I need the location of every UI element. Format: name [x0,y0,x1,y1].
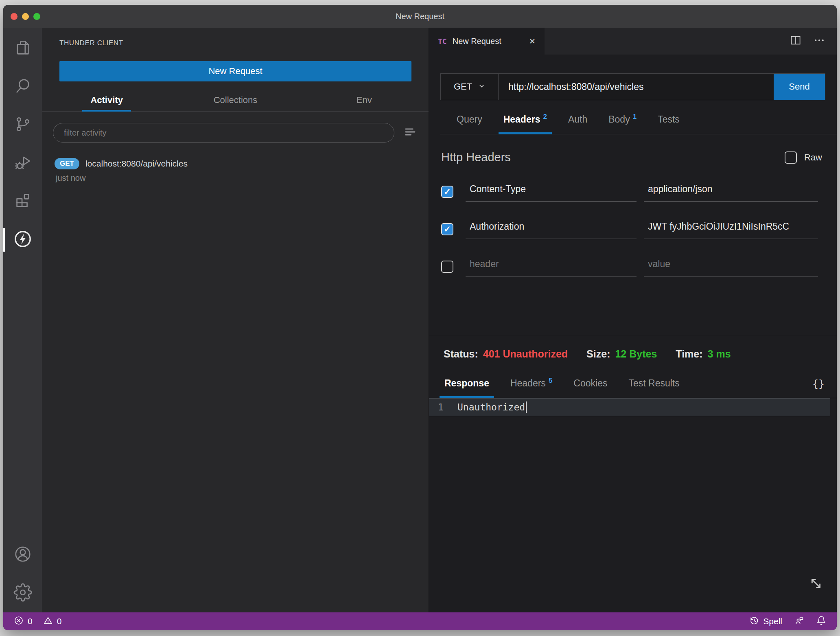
sidebar-item-extensions[interactable] [3,182,42,221]
expand-panel-button[interactable] [807,575,825,594]
raw-toggle[interactable]: Raw [785,151,822,164]
title-bar: New Request [3,5,837,28]
tab-collections[interactable]: Collections [171,89,300,111]
traffic-lights [11,13,40,20]
sidebar-item-thunder-client[interactable] [3,221,42,259]
sidebar-tabs: Activity Collections Env [42,89,429,112]
header-2-value-input[interactable] [644,219,818,239]
tab-auth[interactable]: Auth [558,114,598,134]
http-headers-section: Http Headers Raw [429,134,837,335]
response-body-line[interactable]: 1 Unauthorized [429,398,830,416]
header-2-checkbox[interactable] [441,223,453,235]
filter-row [53,123,418,143]
header-1-name-input[interactable] [466,182,637,202]
header-3-value-input[interactable] [644,257,818,276]
editor-tab-new-request[interactable]: TC New Request ✕ [429,28,545,55]
status-bar-right: Spell [749,616,826,627]
problems-indicator[interactable]: 0 0 [14,616,61,627]
tab-headers[interactable]: Headers2 [493,114,558,134]
minimize-window-button[interactable] [22,13,29,20]
sidebar-item-run-debug[interactable] [3,144,42,182]
request-url-input[interactable] [499,74,774,100]
spell-label: Spell [763,616,782,626]
error-count: 0 [28,616,33,626]
tab-body[interactable]: Body1 [598,114,647,134]
sidebar-item-account[interactable] [3,536,42,574]
header-row-3 [429,257,837,276]
method-select[interactable]: GET [441,74,499,100]
header-3-checkbox[interactable] [441,261,453,273]
new-request-button[interactable]: New Request [59,61,411,81]
close-tab-icon[interactable]: ✕ [529,37,536,46]
tab-response-headers[interactable]: Headers5 [500,378,563,398]
header-row-1 [429,182,837,202]
response-body-text: Unauthorized [457,402,525,412]
header-1-value-input[interactable] [644,182,818,202]
notifications-button[interactable] [816,616,826,627]
thunder-client-tab-icon: TC [438,37,447,46]
response-status-row: Status:401 Unauthorized Size:12 Bytes Ti… [444,348,837,360]
bell-icon [816,616,826,627]
tab-response[interactable]: Response [434,378,500,398]
response-tabs: Response Headers5 Cookies Test Results {… [429,365,837,398]
editor-area: TC New Request ✕ GET Send [429,28,837,612]
editor-tab-title: New Request [453,37,501,46]
activity-item-url: localhost:8080/api/vehicles [85,159,188,169]
window-title: New Request [396,12,444,21]
warning-icon [43,616,53,627]
chevron-down-icon [478,81,485,92]
thunder-client-sidebar: THUNDER CLIENT New Request Activity Coll… [42,28,429,612]
account-icon [13,545,32,565]
tab-env[interactable]: Env [300,89,429,111]
filter-activity-input[interactable] [53,123,394,143]
split-editor-icon[interactable] [790,34,802,48]
expand-icon [807,586,825,593]
tab-test-results[interactable]: Test Results [618,378,690,398]
sidebar-item-explorer[interactable] [3,29,42,68]
close-window-button[interactable] [11,13,18,20]
sidebar-item-search[interactable] [3,68,42,106]
http-headers-title: Http Headers [441,151,511,164]
active-indicator [3,228,5,252]
activity-list-item[interactable]: GET localhost:8080/api/vehicles just now [55,158,429,183]
zoom-window-button[interactable] [33,13,40,20]
header-1-checkbox[interactable] [441,186,453,198]
files-icon [13,38,32,59]
status-label: Status: [444,348,478,360]
tab-query[interactable]: Query [446,114,493,134]
sort-filter-icon[interactable] [402,124,418,141]
response-panel: Status:401 Unauthorized Size:12 Bytes Ti… [429,335,837,612]
history-clock-icon [749,616,759,627]
tab-activity[interactable]: Activity [42,89,171,111]
response-headers-count-badge: 5 [549,377,552,384]
header-3-name-input[interactable] [466,257,637,276]
thunder-client-icon [13,230,32,250]
feedback-person-icon [794,616,804,627]
line-number: 1 [429,402,453,412]
size-label: Size: [586,348,610,360]
header-2-name-input[interactable] [466,219,637,239]
editor-tab-strip: TC New Request ✕ [429,28,837,55]
feedback-button[interactable] [794,616,804,627]
time-value: 3 ms [708,348,731,360]
tab-tests[interactable]: Tests [647,114,690,134]
tab-cookies[interactable]: Cookies [563,378,618,398]
activity-item-time: just now [56,173,429,183]
main-area: THUNDER CLIENT New Request Activity Coll… [3,28,837,612]
request-bar: GET Send [440,73,825,100]
format-json-icon[interactable]: {} [812,378,837,398]
sidebar-item-settings[interactable] [3,574,42,612]
status-bar: 0 0 Spell [3,612,837,630]
error-icon [14,616,24,627]
more-actions-icon[interactable] [813,34,825,48]
git-branch-icon [13,115,32,135]
text-cursor [526,401,527,413]
raw-checkbox[interactable] [785,151,797,164]
method-badge: GET [55,158,79,169]
sidebar-item-source-control[interactable] [3,106,42,144]
app-window: New Request [3,5,837,630]
spell-checker-status[interactable]: Spell [749,616,782,627]
send-button[interactable]: Send [774,74,825,100]
size-value: 12 Bytes [615,348,657,360]
activity-bar [3,28,42,612]
